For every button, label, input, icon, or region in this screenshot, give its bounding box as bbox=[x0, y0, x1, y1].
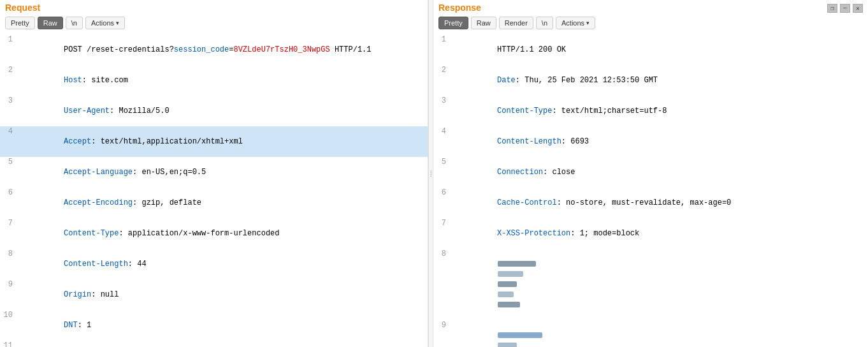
minimize-button[interactable]: ─ bbox=[840, 4, 850, 13]
table-row: 7 X-XSS-Protection: 1; mode=block bbox=[433, 218, 868, 249]
request-actions-button[interactable]: Actions ▾ bbox=[85, 17, 125, 29]
request-toolbar: Pretty Raw \n Actions ▾ bbox=[5, 17, 423, 29]
table-row: 11 Connection: close bbox=[0, 341, 428, 347]
table-row: 8 Content-Length: 44 bbox=[0, 249, 428, 279]
response-header: Response Pretty Raw Render \n Actions ▾ bbox=[433, 0, 868, 33]
restore-button[interactable]: ❐ bbox=[827, 4, 837, 13]
request-content[interactable]: 1 POST /reset-credentials?session_code=8… bbox=[0, 33, 428, 347]
table-row: 5 Connection: close bbox=[433, 157, 868, 188]
table-row: 3 User-Agent: Mozilla/5.0 bbox=[0, 96, 428, 126]
table-row: 3 Content-Type: text/html;charset=utf-8 bbox=[433, 96, 868, 126]
request-title: Request bbox=[5, 3, 423, 13]
table-row: 2 Host: site.com bbox=[0, 65, 428, 96]
table-row: 8 bbox=[433, 249, 868, 320]
main-container: ❐ ─ ✕ Request Pretty Raw \n Actions ▾ 1 … bbox=[0, 0, 868, 347]
response-render-button[interactable]: Render bbox=[499, 17, 533, 29]
response-pretty-button[interactable]: Pretty bbox=[438, 17, 468, 29]
table-row: 1 HTTP/1.1 200 OK bbox=[433, 34, 868, 65]
close-button[interactable]: ✕ bbox=[853, 4, 863, 13]
table-row: 1 POST /reset-credentials?session_code=8… bbox=[0, 34, 428, 65]
request-raw-button[interactable]: Raw bbox=[38, 17, 63, 29]
response-panel: Response Pretty Raw Render \n Actions ▾ … bbox=[433, 0, 868, 347]
table-row: 2 Date: Thu, 25 Feb 2021 12:53:50 GMT bbox=[433, 65, 868, 96]
chevron-down-icon: ▾ bbox=[116, 20, 119, 26]
chevron-down-icon: ▾ bbox=[586, 20, 590, 26]
table-row: 4 Content-Length: 6693 bbox=[433, 126, 868, 157]
panel-divider[interactable]: ⁞ bbox=[428, 0, 433, 347]
table-row: 7 Content-Type: application/x-www-form-u… bbox=[0, 218, 428, 249]
response-n-button[interactable]: \n bbox=[536, 17, 553, 29]
table-row: 9 Origin: null bbox=[0, 279, 428, 310]
request-header: Request Pretty Raw \n Actions ▾ bbox=[0, 0, 428, 33]
response-raw-button[interactable]: Raw bbox=[471, 17, 496, 29]
response-actions-button[interactable]: Actions ▾ bbox=[556, 17, 595, 29]
table-row: 5 Accept-Language: en-US,en;q=0.5 bbox=[0, 157, 428, 188]
request-n-button[interactable]: \n bbox=[66, 17, 83, 29]
table-row: 4 Accept: text/html,application/xhtml+xm… bbox=[0, 126, 428, 157]
window-controls: ❐ ─ ✕ bbox=[827, 4, 863, 13]
request-pretty-button[interactable]: Pretty bbox=[5, 17, 35, 29]
table-row: 10 DNT: 1 bbox=[0, 310, 428, 341]
response-toolbar: Pretty Raw Render \n Actions ▾ bbox=[438, 17, 863, 29]
table-row: 6 Accept-Encoding: gzip, deflate bbox=[0, 188, 428, 218]
table-row: 9 bbox=[433, 320, 868, 347]
response-title: Response bbox=[438, 3, 863, 13]
request-panel: Request Pretty Raw \n Actions ▾ 1 POST /… bbox=[0, 0, 428, 347]
table-row: 6 Cache-Control: no-store, must-revalida… bbox=[433, 188, 868, 218]
response-content[interactable]: 1 HTTP/1.1 200 OK 2 Date: Thu, 25 Feb 20… bbox=[433, 33, 868, 347]
